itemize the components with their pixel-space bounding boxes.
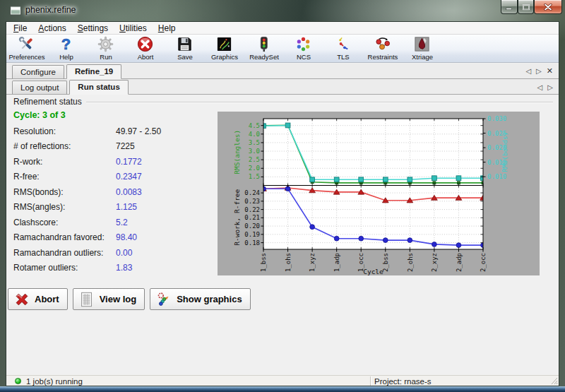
svg-text:0.22: 0.22 xyxy=(244,206,260,213)
button-label: Abort xyxy=(35,294,59,304)
main-tab-refine-19[interactable]: Refine_19 xyxy=(66,64,121,79)
group-label: Refinement status xyxy=(13,97,86,107)
main-tab-configure[interactable]: Configure xyxy=(12,65,64,79)
stat-row-r-free: R-free:0.2347 xyxy=(13,172,211,186)
svg-text:1.5: 1.5 xyxy=(249,173,260,180)
menu-help[interactable]: Help xyxy=(153,22,182,35)
run-icon xyxy=(97,35,115,53)
svg-text:0.030: 0.030 xyxy=(487,115,506,122)
abort-icon xyxy=(136,35,155,53)
menu-file[interactable]: File xyxy=(8,22,32,35)
restraints-icon xyxy=(374,35,392,53)
menu-bar: FileActionsSettingsUtilitiesHelp xyxy=(6,22,559,35)
sub-tab-run-status[interactable]: Run status xyxy=(69,80,128,95)
main-tab-next-icon[interactable]: ▷ xyxy=(536,67,542,75)
toolbar-help-button[interactable]: ?Help xyxy=(47,35,86,63)
minimize-button[interactable] xyxy=(501,0,518,14)
show-graphics-button[interactable]: Show graphics xyxy=(150,288,250,310)
main-tab-prev-icon[interactable]: ◁ xyxy=(525,67,531,75)
sub-tab-bar: Log outputRun status ◁▷ xyxy=(6,79,559,95)
view-log-button[interactable]: View log xyxy=(73,288,145,310)
stat-value: 5.2 xyxy=(116,218,128,232)
help-icon: ? xyxy=(57,35,76,53)
graphics-icon xyxy=(215,35,234,53)
resize-grip-icon[interactable] xyxy=(551,377,558,385)
toolbar-label-readyset: ReadySet xyxy=(249,53,279,61)
svg-text:Cycle: Cycle xyxy=(363,268,383,275)
stat-label: # of reflections: xyxy=(13,141,116,156)
svg-text:4.5: 4.5 xyxy=(249,122,260,129)
action-buttons: AbortView logShow graphics xyxy=(8,288,251,310)
toolbar-tls-button[interactable]: TLS xyxy=(323,35,363,63)
stat-label: Ramachandran favored: xyxy=(13,232,116,247)
preferences-icon xyxy=(18,35,36,53)
toolbar-preferences-button[interactable]: Preferences xyxy=(7,35,47,63)
toolbar-xtriage-button[interactable]: Xtriage xyxy=(403,35,442,63)
toolbar-label-save: Save xyxy=(177,53,193,61)
main-tab-close-icon[interactable]: ✕ xyxy=(547,66,553,76)
status-project: Project: rnase-s xyxy=(374,376,432,386)
toolbar-label-preferences: Preferences xyxy=(8,53,44,61)
stat-row-clashscore: Clashscore:5.2 xyxy=(13,218,211,232)
jobs-running-text: 1 job(s) running xyxy=(26,377,83,386)
menu-settings[interactable]: Settings xyxy=(72,22,114,35)
stat-row-resolution: Resolution:49.97 - 2.50 xyxy=(13,126,211,141)
toolbar-label-ncs: NCS xyxy=(297,53,311,61)
svg-text:0.23: 0.23 xyxy=(244,198,260,205)
main-tab-navs: ◁▷✕ xyxy=(525,66,553,78)
sub-tab-log-output[interactable]: Log output xyxy=(12,81,67,95)
svg-text:2.0: 2.0 xyxy=(249,165,260,172)
menu-utilities[interactable]: Utilities xyxy=(114,22,153,35)
button-label: View log xyxy=(100,294,137,304)
close-button[interactable] xyxy=(534,0,562,14)
toolbar-readyset-button[interactable]: ReadySet xyxy=(244,35,284,63)
stat-value: 49.97 - 2.50 xyxy=(116,126,161,141)
sub-tab-navs: ◁▷ xyxy=(537,83,553,94)
stat-label: Clashscore: xyxy=(13,218,116,232)
menu-actions[interactable]: Actions xyxy=(32,22,71,35)
abort-button[interactable]: Abort xyxy=(8,288,68,310)
app-icon xyxy=(10,6,21,16)
svg-text:2_ohs: 2_ohs xyxy=(407,253,414,272)
view-log-icon xyxy=(78,291,95,308)
save-icon xyxy=(176,35,194,53)
button-label: Show graphics xyxy=(177,294,242,304)
toolbar-label-restraints: Restraints xyxy=(368,53,398,61)
svg-text:0.20: 0.20 xyxy=(244,222,260,230)
readyset-icon xyxy=(255,35,273,53)
stat-value: 1.83 xyxy=(116,263,132,278)
sub-tabs: Log outputRun status xyxy=(12,80,131,94)
toolbar-abort-button[interactable]: Abort xyxy=(126,35,165,63)
stat-row-rms-bonds-: RMS(bonds):0.0083 xyxy=(13,187,211,202)
stat-row--of-reflections: # of reflections:7225 xyxy=(13,141,211,156)
svg-text:0.21: 0.21 xyxy=(244,214,260,221)
stat-label: Rotamer outliers: xyxy=(13,263,116,278)
toolbar-label-run: Run xyxy=(100,53,112,61)
toolbar-save-button[interactable]: Save xyxy=(165,35,205,63)
stat-label: Resolution: xyxy=(13,126,116,141)
sub-tab-next-icon[interactable]: ▷ xyxy=(547,83,553,91)
toolbar-run-button[interactable]: Run xyxy=(86,35,126,63)
toolbar-label-abort: Abort xyxy=(138,53,154,61)
toolbar-label-tls: TLS xyxy=(337,53,349,61)
show-graphics-icon xyxy=(155,291,172,308)
toolbar-label-xtriage: Xtriage xyxy=(412,53,433,61)
title-bar[interactable]: phenix.refine xyxy=(0,0,565,21)
stat-value: 0.1772 xyxy=(116,157,142,172)
toolbar-restraints-button[interactable]: Restraints xyxy=(363,35,403,63)
toolbar-label-graphics: Graphics xyxy=(211,53,238,61)
stat-value: 1.125 xyxy=(116,202,137,217)
svg-text:4.0: 4.0 xyxy=(249,131,260,138)
refinement-stats: Resolution:49.97 - 2.50# of reflections:… xyxy=(13,126,211,278)
sub-tab-prev-icon[interactable]: ◁ xyxy=(537,83,543,91)
svg-text:R-work, R-free: R-work, R-free xyxy=(233,189,241,245)
svg-text:RMS(bonds): RMS(bonds) xyxy=(501,132,509,172)
toolbar-graphics-button[interactable]: Graphics xyxy=(205,35,244,63)
svg-text:2_occ: 2_occ xyxy=(480,253,487,272)
maximize-button[interactable] xyxy=(518,0,534,14)
refinement-chart: 1.52.02.53.03.54.04.50.0100.0150.0200.02… xyxy=(218,112,540,275)
svg-text:?: ? xyxy=(61,35,71,53)
svg-text:0.24: 0.24 xyxy=(244,189,260,196)
toolbar-ncs-button[interactable]: NCS xyxy=(284,35,323,63)
job-running-indicator-icon xyxy=(15,378,21,384)
